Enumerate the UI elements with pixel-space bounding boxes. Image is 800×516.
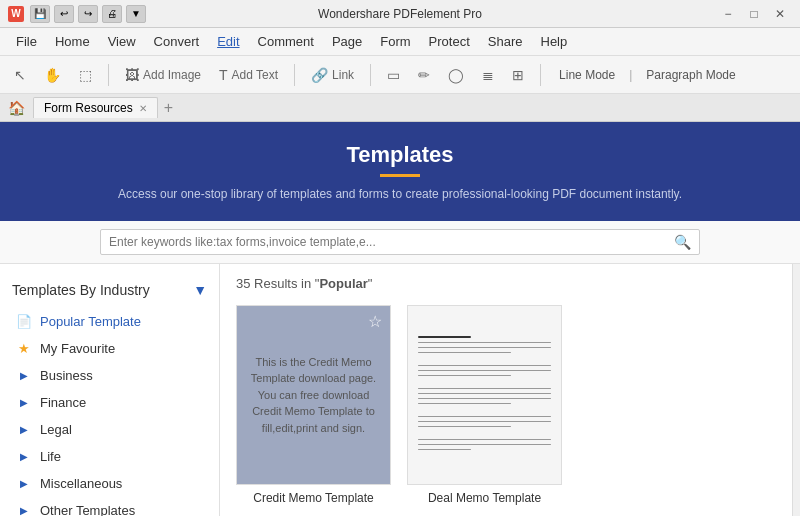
rect-tool[interactable]: ▭ (381, 64, 406, 86)
menu-share[interactable]: Share (480, 31, 531, 52)
menu-bar: File Home View Convert Edit Comment Page… (0, 28, 800, 56)
sep2 (294, 64, 295, 86)
menu-convert[interactable]: Convert (146, 31, 208, 52)
template-card-credit-memo[interactable]: ☆ This is the Credit Memo Template downl… (236, 305, 391, 505)
add-tab-btn[interactable]: + (164, 99, 173, 117)
other-arrow-icon: ▶ (16, 505, 32, 516)
legal-arrow-icon: ▶ (16, 424, 32, 435)
paragraph-mode-btn[interactable]: Paragraph Mode (638, 65, 743, 85)
results-area: 35 Results in "Popular" ☆ This is the Cr… (220, 264, 792, 516)
sidebar: Templates By Industry ▼ 📄 Popular Templa… (0, 264, 220, 516)
menu-edit[interactable]: Edit (209, 31, 247, 52)
deal-line-14 (418, 426, 511, 427)
redo-btn[interactable]: ↪ (78, 5, 98, 23)
deal-line-8 (418, 388, 551, 389)
deal-line-7 (418, 375, 511, 376)
finance-arrow-icon: ▶ (16, 397, 32, 408)
tab-close-btn[interactable]: ✕ (139, 103, 147, 114)
sidebar-item-finance[interactable]: ▶ Finance (0, 389, 219, 416)
restore-btn[interactable]: □ (742, 5, 766, 23)
hero-description: Access our one-stop library of templates… (20, 187, 780, 201)
sidebar-item-popular[interactable]: 📄 Popular Template (0, 308, 219, 335)
credit-memo-thumb: ☆ This is the Credit Memo Template downl… (236, 305, 391, 485)
results-label: Results in " (254, 276, 319, 291)
hero-title: Templates (20, 142, 780, 168)
deal-line-16 (418, 444, 551, 445)
field-tool[interactable]: ⊞ (506, 64, 530, 86)
menu-file[interactable]: File (8, 31, 45, 52)
sep3 (370, 64, 371, 86)
sidebar-item-business[interactable]: ▶ Business (0, 362, 219, 389)
templates-grid: ☆ This is the Credit Memo Template downl… (236, 305, 776, 505)
add-image-label: Add Image (143, 68, 201, 82)
more-btn[interactable]: ▼ (126, 5, 146, 23)
close-btn[interactable]: ✕ (768, 5, 792, 23)
search-input[interactable] (109, 235, 674, 249)
results-count: 35 (236, 276, 250, 291)
link-label: Link (332, 68, 354, 82)
menu-home[interactable]: Home (47, 31, 98, 52)
deal-line-15 (418, 439, 551, 440)
hand-tool[interactable]: ✋ (38, 64, 67, 86)
undo-btn[interactable]: ↩ (54, 5, 74, 23)
home-icon[interactable]: 🏠 (8, 100, 25, 116)
add-text-btn[interactable]: T Add Text (213, 64, 284, 86)
popular-template-icon: 📄 (16, 314, 32, 329)
deal-line-3 (418, 347, 551, 348)
form-resources-tab[interactable]: Form Resources ✕ (33, 97, 158, 118)
edit-tool[interactable]: ✏ (412, 64, 436, 86)
add-image-btn[interactable]: 🖼 Add Image (119, 64, 207, 86)
menu-form[interactable]: Form (372, 31, 418, 52)
sidebar-label-legal: Legal (40, 422, 72, 437)
line-mode-btn[interactable]: Line Mode (551, 65, 623, 85)
menu-page[interactable]: Page (324, 31, 370, 52)
deal-memo-thumb (407, 305, 562, 485)
scrollbar[interactable] (792, 264, 800, 516)
deal-line-17 (418, 449, 471, 450)
favourite-star-icon: ★ (16, 341, 32, 356)
search-icon[interactable]: 🔍 (674, 234, 691, 250)
window-controls: − □ ✕ (716, 5, 792, 23)
sidebar-label-other: Other Templates (40, 503, 135, 516)
select-tool[interactable]: ⬚ (73, 64, 98, 86)
sidebar-label-business: Business (40, 368, 93, 383)
results-header: 35 Results in "Popular" (236, 276, 776, 291)
sidebar-label-popular: Popular Template (40, 314, 141, 329)
main-content: Templates Access our one-stop library of… (0, 122, 800, 516)
sidebar-item-life[interactable]: ▶ Life (0, 443, 219, 470)
menu-protect[interactable]: Protect (421, 31, 478, 52)
credit-memo-star-icon[interactable]: ☆ (368, 312, 382, 331)
minimize-btn[interactable]: − (716, 5, 740, 23)
template-card-deal-memo[interactable]: Deal Memo Template (407, 305, 562, 505)
sidebar-label-life: Life (40, 449, 61, 464)
tab-label: Form Resources (44, 101, 133, 115)
link-btn[interactable]: 🔗 Link (305, 64, 360, 86)
deal-line-1 (418, 336, 471, 338)
sep1 (108, 64, 109, 86)
cursor-tool[interactable]: ↖ (8, 64, 32, 86)
search-input-wrap[interactable]: 🔍 (100, 229, 700, 255)
business-arrow-icon: ▶ (16, 370, 32, 381)
results-query: Popular (319, 276, 367, 291)
deal-line-5 (418, 365, 551, 366)
sidebar-label-misc: Miscellaneous (40, 476, 122, 491)
sidebar-item-miscellaneous[interactable]: ▶ Miscellaneous (0, 470, 219, 497)
deal-line-12 (418, 416, 551, 417)
menu-view[interactable]: View (100, 31, 144, 52)
text-tool[interactable]: ≣ (476, 64, 500, 86)
deal-line-4 (418, 352, 511, 353)
sidebar-item-favourite[interactable]: ★ My Favourite (0, 335, 219, 362)
menu-help[interactable]: Help (533, 31, 576, 52)
sidebar-chevron-icon[interactable]: ▼ (193, 282, 207, 298)
highlight-tool[interactable]: ◯ (442, 64, 470, 86)
menu-comment[interactable]: Comment (250, 31, 322, 52)
sidebar-item-other[interactable]: ▶ Other Templates (0, 497, 219, 516)
hero-underline (380, 174, 420, 177)
sidebar-item-legal[interactable]: ▶ Legal (0, 416, 219, 443)
save-btn[interactable]: 💾 (30, 5, 50, 23)
mode-sep: | (629, 68, 632, 82)
sidebar-header: Templates By Industry ▼ (0, 276, 219, 308)
search-bar: 🔍 (0, 221, 800, 264)
sidebar-title: Templates By Industry (12, 282, 150, 298)
print-btn[interactable]: 🖨 (102, 5, 122, 23)
